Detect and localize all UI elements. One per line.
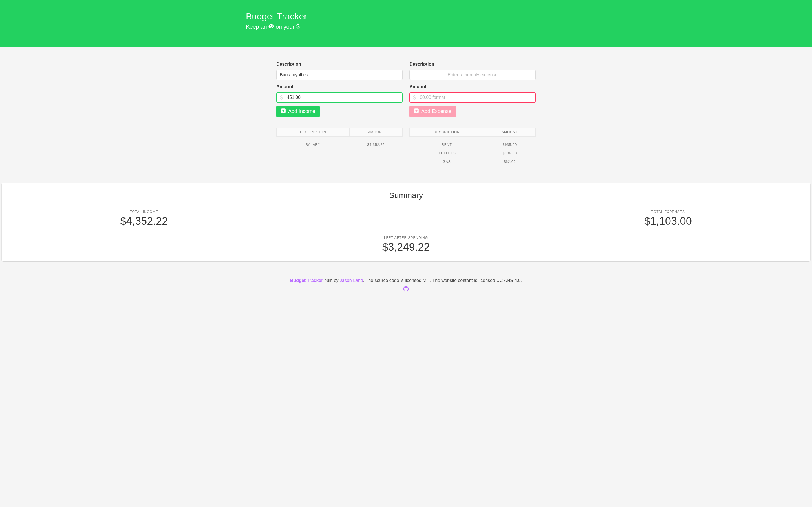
income-column: Description Amount Add Income: [276, 61, 403, 166]
plus-square-icon: [281, 108, 286, 115]
hero: Budget Tracker Keep an on your: [0, 0, 812, 47]
ledger-amount-cell: $935.00: [484, 136, 536, 149]
ledger-desc-cell: Utilities: [410, 149, 484, 158]
ledger-amount-cell: $62.00: [484, 158, 536, 166]
add-expense-button[interactable]: Add Expense: [409, 106, 456, 117]
summary-title: Summary: [13, 189, 799, 202]
summary-income-label: Total Income: [13, 209, 275, 214]
expense-description-input[interactable]: [409, 70, 536, 80]
main-content: Description Amount Add Income: [271, 47, 541, 172]
income-desc-label: Description: [276, 61, 403, 68]
ledger-amount-cell: $106.00: [484, 149, 536, 158]
table-row: Rent$935.00: [410, 136, 536, 149]
footer: Budget Tracker built by Jason Land. The …: [0, 262, 812, 302]
table-row: Salary$4,352.22: [276, 136, 403, 149]
summary-expense-value: $1,103.00: [537, 216, 799, 227]
summary-remaining-value: $3,249.22: [13, 241, 799, 253]
summary-expense: Total Expenses $1,103.00: [537, 209, 799, 227]
income-amount-input[interactable]: [276, 93, 403, 103]
dollar-icon: [296, 23, 300, 31]
ledger-col-amount: Amount: [484, 128, 536, 136]
ledger-col-amount: Amount: [350, 128, 403, 136]
expense-ledger: Description Amount Rent$935.00Utilities$…: [409, 128, 536, 166]
add-income-label: Add Income: [288, 108, 315, 114]
table-row: Gas$62.00: [410, 158, 536, 166]
expense-desc-label: Description: [409, 61, 536, 68]
github-icon: [403, 288, 409, 293]
income-amount-label: Amount: [276, 83, 403, 90]
income-description-input[interactable]: [276, 70, 403, 80]
summary-income: Total Income $4,352.22: [13, 209, 275, 227]
summary-income-value: $4,352.22: [13, 216, 275, 227]
income-ledger: Description Amount Salary$4,352.22: [276, 128, 403, 149]
plus-square-icon: [414, 108, 419, 115]
add-expense-label: Add Expense: [421, 108, 451, 114]
eye-icon: [268, 23, 274, 31]
ledger-col-desc: Description: [276, 128, 350, 136]
table-row: Utilities$106.00: [410, 149, 536, 158]
summary-remaining: Left after spending $3,249.22: [13, 235, 799, 253]
footer-brand-link[interactable]: Budget Tracker: [290, 278, 323, 283]
expense-column: Description Amount Add Expense: [409, 61, 536, 166]
footer-author-link[interactable]: Jason Land: [340, 278, 363, 283]
summary-card: Summary Total Income $4,352.22 Total Exp…: [2, 183, 810, 262]
expense-amount-input[interactable]: [409, 93, 536, 103]
ledger-desc-cell: Salary: [276, 136, 350, 149]
summary-expense-label: Total Expenses: [537, 209, 799, 214]
expense-amount-label: Amount: [409, 83, 536, 90]
github-link[interactable]: [403, 286, 409, 294]
ledger-amount-cell: $4,352.22: [350, 136, 403, 149]
page-subtitle: Keep an on your: [246, 22, 564, 32]
summary-remaining-label: Left after spending: [13, 235, 799, 240]
page-title: Budget Tracker: [246, 11, 564, 21]
ledger-col-desc: Description: [410, 128, 484, 136]
add-income-button[interactable]: Add Income: [276, 106, 320, 117]
ledger-desc-cell: Gas: [410, 158, 484, 166]
ledger-desc-cell: Rent: [410, 136, 484, 149]
